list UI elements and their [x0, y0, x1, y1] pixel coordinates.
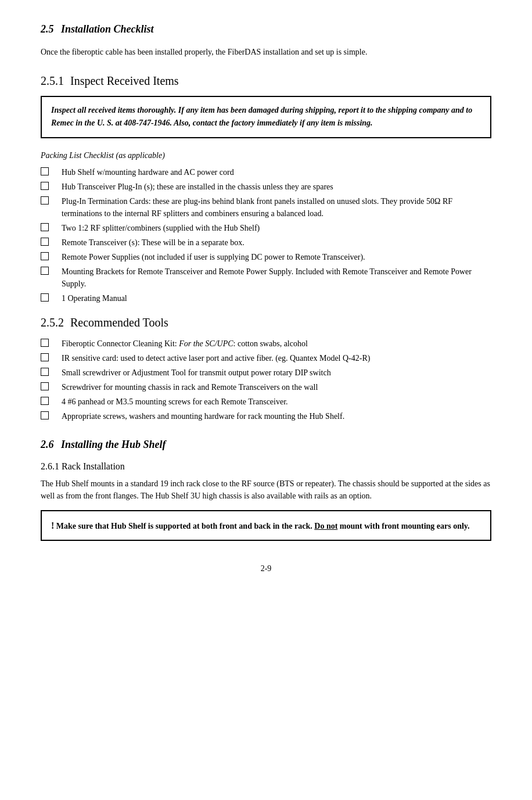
checkbox-icon — [41, 223, 49, 231]
intro-paragraph: Once the fiberoptic cable has been insta… — [41, 46, 491, 58]
page-number: 2-9 — [41, 564, 491, 573]
list-item: Screwdriver for mounting chassis in rack… — [41, 381, 491, 393]
list-item: 4 #6 panhead or M3.5 mounting screws for… — [41, 396, 491, 408]
list-item: Two 1:2 RF splitter/combiners (supplied … — [41, 222, 491, 234]
checkbox-icon — [41, 196, 49, 205]
packing-checklist: Hub Shelf w/mounting hardware and AC pow… — [41, 166, 491, 304]
checkbox-icon — [41, 252, 49, 260]
rack-installation-body: The Hub Shelf mounts in a standard 19 in… — [41, 478, 491, 502]
list-item: Small screwdriver or Adjustment Tool for… — [41, 367, 491, 379]
list-item: Remote Transceiver (s): These will be in… — [41, 236, 491, 249]
inspect-notice-box: Inspect all received items thoroughly. I… — [41, 96, 491, 138]
list-item: IR sensitive card: used to detect active… — [41, 352, 491, 364]
checkbox-icon — [41, 353, 49, 361]
list-item: Fiberoptic Connector Cleaning Kit: For t… — [41, 338, 491, 350]
tools-checklist: Fiberoptic Connector Cleaning Kit: For t… — [41, 338, 491, 422]
checkbox-icon — [41, 293, 49, 302]
section-2-5-title: 2.5 Installation Checklist — [41, 23, 491, 35]
list-item: Plug-In Termination Cards: these are plu… — [41, 195, 491, 220]
section-2-6-title: 2.6 Installing the Hub Shelf — [41, 439, 491, 451]
checkbox-icon — [41, 339, 49, 347]
checkbox-icon — [41, 411, 49, 419]
checkbox-icon — [41, 238, 49, 246]
list-item: Hub Transceiver Plug-In (s); these are i… — [41, 181, 491, 193]
subsection-2-5-2-title: 2.5.2 Recommended Tools — [41, 316, 491, 329]
checkbox-icon — [41, 368, 49, 376]
rack-warning-box: ! Make sure that Hub Shelf is supported … — [41, 510, 491, 541]
checkbox-icon — [41, 267, 49, 275]
subsection-2-5-1-title: 2.5.1 Inspect Received Items — [41, 74, 491, 88]
list-item: Hub Shelf w/mounting hardware and AC pow… — [41, 166, 491, 178]
checkbox-icon — [41, 167, 49, 175]
list-item: Appropriate screws, washers and mounting… — [41, 410, 491, 422]
list-item: Remote Power Supplies (not included if u… — [41, 251, 491, 263]
checkbox-icon — [41, 382, 49, 390]
packing-list-label: Packing List Checklist (as applicable) — [41, 151, 491, 160]
list-item: 1 Operating Manual — [41, 292, 491, 304]
subsection-2-6-1-title: 2.6.1 Rack Installation — [41, 461, 491, 472]
list-item: Mounting Brackets for Remote Transceiver… — [41, 266, 491, 290]
checkbox-icon — [41, 182, 49, 190]
checkbox-icon — [41, 397, 49, 405]
